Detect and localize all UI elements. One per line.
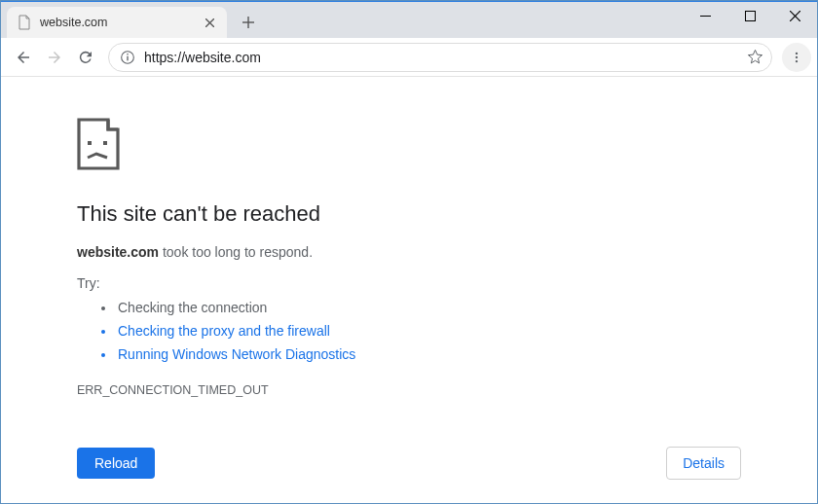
- svg-point-12: [796, 55, 798, 57]
- suggestions-list: Checking the connection Checking the pro…: [77, 297, 817, 366]
- sad-page-icon: [77, 118, 817, 174]
- forward-button[interactable]: [40, 43, 69, 72]
- details-button[interactable]: Details: [666, 447, 741, 480]
- svg-rect-9: [127, 55, 128, 60]
- window-controls: [683, 1, 817, 30]
- browser-tab[interactable]: website.com: [7, 7, 227, 38]
- svg-rect-1: [745, 11, 755, 20]
- suggestion-proxy-firewall[interactable]: Checking the proxy and the firewall: [116, 320, 817, 343]
- minimize-button[interactable]: [683, 1, 727, 30]
- error-heading: This site can't be reached: [77, 201, 817, 227]
- tab-title: website.com: [40, 16, 202, 29]
- tab-close-button[interactable]: [202, 15, 217, 30]
- suggestion-check-connection: Checking the connection: [116, 297, 817, 320]
- url-text: https://website.com: [144, 50, 746, 65]
- suggestion-diagnostics[interactable]: Running Windows Network Diagnostics: [116, 343, 817, 367]
- reload-toolbar-button[interactable]: [71, 43, 100, 72]
- address-bar[interactable]: https://website.com: [108, 43, 772, 72]
- new-tab-button[interactable]: [235, 9, 262, 36]
- svg-rect-10: [127, 54, 128, 54]
- error-message: website.com took too long to respond.: [77, 244, 817, 260]
- error-code: ERR_CONNECTION_TIMED_OUT: [77, 383, 817, 397]
- url-host: website.com: [185, 50, 261, 65]
- svg-point-13: [796, 59, 798, 61]
- error-msg-suffix: took too long to respond.: [159, 244, 313, 260]
- svg-rect-15: [103, 141, 107, 145]
- try-label: Try:: [77, 275, 817, 291]
- url-scheme: https://: [144, 50, 185, 65]
- browser-menu-button[interactable]: [782, 43, 811, 72]
- svg-rect-14: [88, 141, 92, 145]
- page-favicon-icon: [17, 15, 32, 30]
- close-window-button[interactable]: [772, 1, 817, 30]
- back-button[interactable]: [9, 43, 38, 72]
- error-host: website.com: [77, 244, 159, 260]
- site-info-icon[interactable]: [119, 49, 136, 66]
- bookmark-star-icon[interactable]: [746, 49, 763, 66]
- toolbar: https://website.com: [1, 38, 817, 77]
- error-page: This site can't be reached website.com t…: [1, 77, 817, 503]
- reload-button[interactable]: Reload: [77, 448, 155, 479]
- svg-point-11: [796, 52, 798, 54]
- maximize-button[interactable]: [727, 1, 772, 30]
- error-buttons: Reload Details: [77, 447, 741, 480]
